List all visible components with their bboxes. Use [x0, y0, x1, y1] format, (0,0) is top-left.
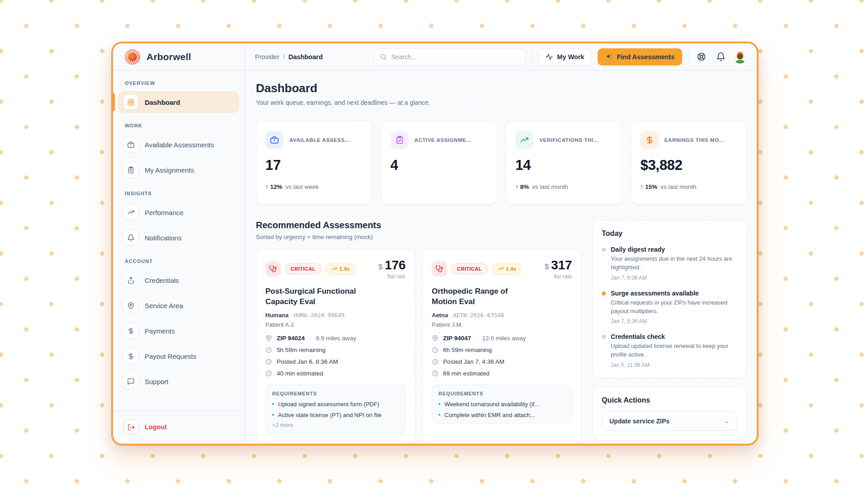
today-item: Daily digest ready Your assignments due …: [602, 246, 737, 281]
status-dot: [602, 291, 606, 296]
sidebar-item-label: Payments: [145, 327, 175, 335]
help-button[interactable]: [694, 50, 708, 64]
claim-code: AETN-2026-63548: [453, 312, 504, 319]
posted-row: Posted Jan 7, 4:36 AM: [432, 358, 572, 365]
more-requirements-link[interactable]: +2 more: [272, 422, 399, 428]
main-area: Provider / Dashboard My Work Find Assess…: [245, 43, 757, 444]
update-service-zips-button[interactable]: Update service ZIPs →: [602, 411, 737, 431]
dollar-icon: [123, 323, 138, 338]
sidebar-item-payments[interactable]: Payments: [118, 320, 239, 342]
sidebar-item-label: Credentials: [145, 277, 179, 284]
brand: Arborwell: [113, 43, 245, 70]
requirement-item: Active state license (PT) and NPI on fil…: [272, 412, 399, 418]
assessment-card[interactable]: CRITICAL 1.4x $ 317: [422, 249, 581, 444]
my-work-label: My Work: [557, 53, 584, 61]
sidebar-item-support[interactable]: Support: [118, 371, 239, 392]
sidebar-item-label: My Assignments: [145, 166, 194, 174]
clock-icon: [432, 370, 439, 377]
zip-code: ZIP 94047: [443, 335, 471, 342]
requirements-label: REQUIREMENTS: [272, 391, 399, 396]
sidebar-item-performance[interactable]: Performance: [118, 202, 239, 223]
find-assessments-button[interactable]: Find Assessments: [598, 48, 682, 66]
header-divider: [688, 51, 689, 63]
sidebar-item-dashboard[interactable]: Dashboard: [118, 91, 239, 113]
brand-name: Arborwell: [146, 52, 191, 62]
today-title: Today: [602, 230, 737, 238]
insurer-name: Humana: [265, 312, 288, 319]
clipboard-icon: [123, 162, 138, 178]
stat-value: 4: [391, 157, 488, 174]
price-note: flat rate: [545, 273, 572, 280]
requirement-item: Upload signed assessment form (PDF): [272, 401, 399, 408]
zip-code: ZIP 94024: [277, 335, 305, 342]
sidebar-item-my-assignments[interactable]: My Assignments: [118, 159, 239, 181]
sidebar-item-available-assessments[interactable]: Available Assessments: [118, 134, 239, 155]
bullet-dot: [272, 414, 274, 416]
sidebar-item-payout-requests[interactable]: Payout Requests: [118, 345, 239, 367]
my-work-button[interactable]: My Work: [538, 48, 592, 66]
time-remaining: 6h 59m remaining: [443, 347, 492, 353]
life-buoy-icon: [697, 52, 706, 61]
posted-row: Posted Jan 6, 8:36 AM: [265, 358, 406, 365]
briefcase-icon: [265, 131, 283, 149]
today-item: Surge assessments available Critical req…: [602, 290, 737, 325]
recommended-section: Recommended Assessments Sorted by urgenc…: [256, 220, 581, 444]
stat-delta-note: vs last month: [660, 183, 697, 190]
currency-symbol: $: [378, 263, 382, 272]
map-pin-icon: [123, 298, 138, 313]
avatar-image: [733, 50, 747, 64]
breadcrumb-separator: /: [283, 53, 285, 61]
user-avatar[interactable]: [733, 50, 747, 64]
location-row: ZIP 94047 · 12.0 miles away: [432, 335, 572, 342]
stat-card-verifications: VERIFICATIONS THI... 14 ↑ 8% vs last mon…: [506, 121, 622, 205]
price-block: $ 317 flat rate: [545, 258, 572, 280]
estimated-duration: 40 min estimated: [277, 370, 323, 377]
multiplier-badge: 1.4x: [492, 263, 522, 275]
notifications-button[interactable]: [714, 50, 727, 64]
sidebar-item-notifications[interactable]: Notifications: [118, 227, 239, 249]
stat-delta-note: vs last month: [532, 183, 568, 190]
quick-actions-title: Quick Actions: [602, 396, 737, 404]
sidebar-nav: OVERVIEW Dashboard WORK Available Assess…: [113, 70, 245, 411]
distance: 9.9 miles away: [316, 335, 356, 342]
today-item: Credentials check Upload updated license…: [602, 333, 737, 368]
stat-delta: ↑ 15%: [641, 183, 658, 190]
sidebar-item-label: Available Assessments: [145, 141, 214, 149]
requirement-item: Weekend turnaround availability (if...: [439, 401, 565, 408]
sidebar-item-service-area[interactable]: Service Area: [118, 295, 239, 316]
stat-value: 17: [265, 157, 363, 174]
price-amount: 176: [385, 258, 406, 272]
bullet-dot: [439, 414, 440, 416]
search-input[interactable]: [391, 53, 520, 61]
assessment-card[interactable]: CRITICAL 1.9x $ 176: [256, 249, 415, 444]
claim-code: HUMA-2024-99649: [293, 312, 344, 319]
nav-section-account: ACCOUNT: [125, 258, 233, 264]
arrow-right-icon: →: [723, 417, 730, 425]
requirement-item: Complete within EMR and attach...: [439, 412, 565, 418]
nav-section-work: WORK: [125, 123, 233, 128]
urgency-badge: CRITICAL: [285, 263, 321, 274]
patient-label: Patient A.J.: [265, 321, 406, 328]
clock-icon: [265, 358, 272, 365]
status-dot: [602, 335, 606, 339]
status-dot: [602, 248, 606, 252]
time-remaining-row: 5h 59m remaining: [265, 347, 406, 353]
sidebar-item-label: Support: [145, 378, 169, 385]
assessment-cards: CRITICAL 1.9x $ 176: [256, 249, 581, 444]
breadcrumb-provider[interactable]: Provider: [255, 53, 279, 61]
app-window: Arborwell OVERVIEW Dashboard WORK Availa…: [111, 42, 759, 446]
sparkles-icon: [605, 53, 613, 61]
dollar-icon: [123, 348, 138, 364]
time-remaining: 5h 59m remaining: [277, 347, 326, 353]
logout-icon: [124, 420, 138, 434]
logout-button[interactable]: Logout: [119, 417, 238, 437]
map-pin-icon: [265, 335, 272, 342]
stat-card-available-assessments: AVAILABLE ASSESS... 17 ↑ 12% vs last wee…: [256, 121, 372, 205]
multiplier-value: 1.9x: [340, 266, 350, 272]
recommended-subtitle: Sorted by urgency + time remaining (mock…: [256, 234, 581, 240]
currency-symbol: $: [545, 263, 549, 272]
upload-icon: [123, 272, 138, 288]
sidebar-item-credentials[interactable]: Credentials: [118, 269, 239, 291]
today-panel: Today Daily digest ready Your assignment…: [592, 220, 747, 378]
assessment-title: Orthopedic Range of Motion Eval: [432, 286, 530, 307]
